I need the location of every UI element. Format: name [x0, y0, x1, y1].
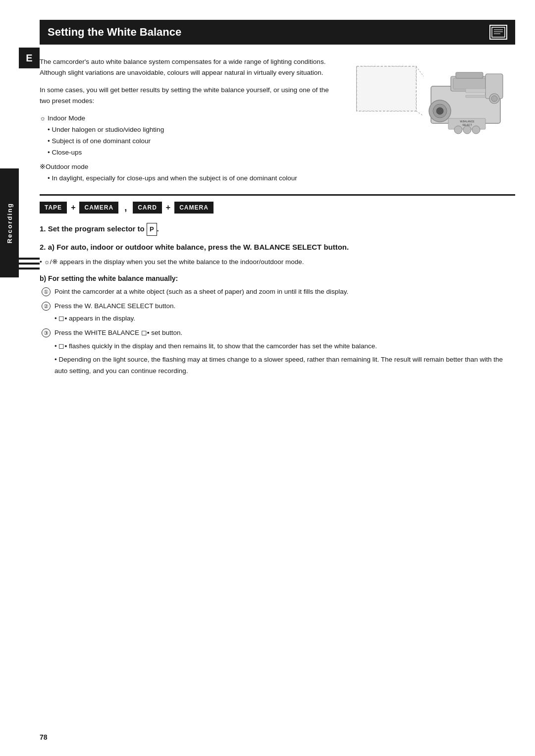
- step3-list: ① Point the camcorder at a white object …: [40, 286, 515, 377]
- camera-button-2: CAMERA: [174, 202, 214, 214]
- svg-rect-26: [466, 95, 485, 98]
- title-bar: Setting the White Balance: [40, 20, 515, 45]
- side-tab-label: Recording: [6, 203, 13, 243]
- step3-item-2: ② Press the W. BALANCE SELECT button. • …: [42, 301, 515, 324]
- svg-rect-14: [453, 78, 488, 89]
- camera-illustration: W.BALANCE SELECT: [347, 56, 515, 165]
- camera-button-1: CAMERA: [79, 202, 118, 214]
- step2-heading: 2. a) For auto, indoor or outdoor white …: [40, 241, 515, 254]
- page-container: Recording E Setting the White Balance: [0, 0, 535, 756]
- separator-line: [40, 194, 515, 196]
- comma-separator: ,: [124, 203, 127, 213]
- svg-point-23: [463, 126, 471, 134]
- svg-point-18: [491, 96, 497, 102]
- instructions: 1. Set the program selector to P. 2. a) …: [40, 222, 515, 377]
- left-line-3: [19, 268, 40, 270]
- button-row: TAPE + CAMERA , CARD + CAMERA: [40, 202, 515, 214]
- plus-sign-1: +: [71, 203, 75, 212]
- e-label: E: [19, 48, 40, 68]
- svg-line-7: [416, 111, 424, 116]
- left-line-2: [19, 263, 40, 265]
- svg-rect-25: [466, 89, 485, 93]
- step3-item-1: ① Point the camcorder at a white object …: [42, 286, 515, 298]
- svg-text:W.BALANCE: W.BALANCE: [460, 120, 475, 123]
- svg-line-6: [416, 66, 424, 76]
- step3-item-3-sub1: • ◻▪ flashes quickly in the display and …: [42, 341, 515, 352]
- svg-rect-0: [492, 27, 505, 37]
- tape-button: TAPE: [40, 202, 67, 214]
- intro-section: The camcorder's auto white balance syste…: [40, 56, 515, 184]
- intro-paragraph-2: In some cases, you will get better resul…: [40, 85, 337, 106]
- side-recording-tab: Recording: [0, 168, 19, 277]
- p-selector-box: P: [147, 223, 157, 236]
- intro-paragraph-1: The camcorder's auto white balance syste…: [40, 56, 337, 78]
- svg-point-24: [472, 126, 480, 134]
- indoor-item-2: Subject is of one dominant colour: [48, 136, 337, 147]
- indoor-item-1: Under halogen or studio/video lighting: [48, 124, 337, 136]
- circle-num-2: ②: [42, 302, 51, 311]
- plus-sign-2: +: [166, 203, 170, 212]
- intro-text: The camcorder's auto white balance syste…: [40, 56, 337, 184]
- step1-heading: 1. Set the program selector to P.: [40, 222, 515, 236]
- step1-text: 1.: [40, 224, 48, 233]
- circle-num-3: ③: [42, 328, 51, 337]
- outdoor-mode-label: ※Outdoor mode: [40, 162, 337, 173]
- page-number: 78: [40, 733, 48, 741]
- indoor-item-3: Close-ups: [48, 147, 337, 159]
- svg-rect-8: [357, 66, 416, 111]
- left-line-1: [19, 258, 40, 260]
- card-button: CARD: [133, 202, 162, 214]
- outdoor-mode-list: In daylight, especially for close-ups an…: [40, 173, 337, 184]
- title-icon: [489, 25, 507, 40]
- step2-sub: • ☼/※ appears in the display when you se…: [40, 257, 515, 268]
- left-decorative-lines: [19, 258, 40, 270]
- step3-item-3-sub2: • Depending on the light source, the fla…: [42, 354, 515, 377]
- circle-num-1: ①: [42, 287, 51, 296]
- step3-item-3: ③ Press the WHITE BALANCE ◻▪ set button.…: [42, 327, 515, 377]
- page-title: Setting the White Balance: [48, 26, 181, 39]
- bullet-section: ☼ Indoor Mode Under halogen or studio/vi…: [40, 113, 337, 184]
- indoor-mode-list: Under halogen or studio/video lighting S…: [40, 124, 337, 159]
- svg-rect-16: [456, 72, 483, 78]
- outdoor-item-1: In daylight, especially for close-ups an…: [48, 173, 337, 184]
- step3-item-2-sub: • ◻▪ appears in the display.: [42, 313, 175, 324]
- indoor-mode-label: ☼ Indoor Mode: [40, 113, 337, 124]
- step3-heading: b) For setting the white balance manuall…: [40, 273, 515, 285]
- svg-point-12: [436, 108, 443, 114]
- main-content: Setting the White Balance The camcorder'…: [40, 0, 515, 377]
- svg-point-22: [454, 126, 462, 134]
